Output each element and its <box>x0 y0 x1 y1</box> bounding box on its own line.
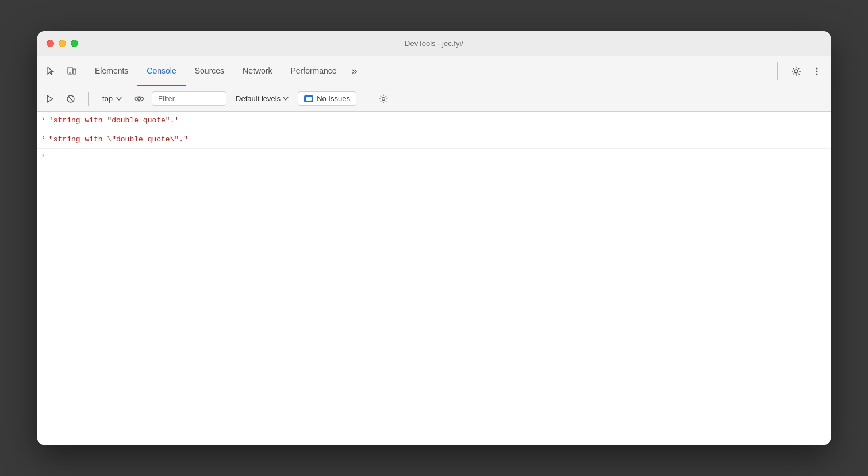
console-input[interactable] <box>49 151 826 160</box>
tab-console[interactable]: Console <box>137 57 185 86</box>
eye-icon <box>134 95 144 102</box>
log-levels-button[interactable]: Default levels <box>231 92 293 105</box>
levels-chevron-icon <box>283 97 289 101</box>
more-tabs-button[interactable]: » <box>346 56 363 86</box>
levels-label: Default levels <box>236 94 281 103</box>
svg-point-3 <box>794 70 798 73</box>
console-message-1: 'string with "double quote".' <box>49 114 826 128</box>
traffic-lights <box>47 40 78 47</box>
expand-arrow-1[interactable]: › <box>37 114 49 123</box>
block-icon <box>66 94 75 103</box>
title-bar: DevTools - jec.fyi/ <box>37 31 831 56</box>
no-issues-label: No Issues <box>317 94 350 103</box>
tab-elements[interactable]: Elements <box>86 57 137 86</box>
close-button[interactable] <box>47 40 54 47</box>
toolbar-right <box>787 62 826 80</box>
chat-icon <box>306 97 312 101</box>
tab-performance[interactable]: Performance <box>281 57 345 86</box>
toolbar-separator <box>777 62 778 80</box>
more-options-button[interactable] <box>808 62 826 80</box>
console-input-line: › <box>37 149 831 162</box>
console-toolbar-separator <box>88 92 89 106</box>
window-title: DevTools - jec.fyi/ <box>405 39 463 48</box>
more-dots-icon <box>812 66 822 76</box>
svg-point-14 <box>382 97 385 100</box>
svg-point-4 <box>816 67 818 69</box>
issues-icon <box>304 95 313 102</box>
svg-point-6 <box>816 73 818 75</box>
minimize-button[interactable] <box>59 40 66 47</box>
tab-network[interactable]: Network <box>233 57 281 86</box>
device-toolbar-button[interactable] <box>63 62 81 80</box>
tab-bar: Elements Console Sources Network Perform… <box>37 56 831 86</box>
settings-button[interactable] <box>787 62 805 80</box>
input-arrow-2: ‹ <box>37 133 49 141</box>
svg-rect-12 <box>306 97 312 101</box>
svg-point-11 <box>138 97 141 100</box>
context-selector[interactable]: top <box>98 92 126 105</box>
clear-console-button[interactable] <box>42 91 58 107</box>
chevron-down-icon <box>116 97 122 101</box>
gear-icon <box>791 66 801 76</box>
play-icon <box>45 94 55 103</box>
console-settings-button[interactable] <box>375 91 391 107</box>
svg-marker-7 <box>47 95 53 102</box>
maximize-button[interactable] <box>71 40 78 47</box>
tab-sources[interactable]: Sources <box>186 57 233 86</box>
toolbar-icons <box>42 62 81 80</box>
tabs: Elements Console Sources Network Perform… <box>86 56 773 86</box>
context-value: top <box>102 94 113 103</box>
console-entry-1: › 'string with "double quote".' <box>37 112 831 130</box>
console-entry-2: ‹ "string with \"double quote\"." <box>37 130 831 149</box>
device-icon <box>67 66 77 76</box>
block-button[interactable] <box>63 91 79 107</box>
svg-line-10 <box>68 96 74 101</box>
console-toolbar: top Default levels <box>37 86 831 112</box>
prompt-arrow: › <box>37 152 49 160</box>
devtools-window: DevTools - jec.fyi/ Elements Console <box>37 31 831 445</box>
filter-input[interactable] <box>152 91 226 106</box>
svg-marker-13 <box>307 101 308 101</box>
no-issues-button[interactable]: No Issues <box>298 91 356 106</box>
console-message-2: "string with \"double quote\"." <box>49 133 826 147</box>
svg-point-5 <box>816 70 818 72</box>
cursor-icon <box>46 66 56 76</box>
eye-button[interactable] <box>131 91 147 107</box>
console-content: › 'string with "double quote".' ‹ "strin… <box>37 112 831 445</box>
inspect-element-button[interactable] <box>42 62 60 80</box>
settings-icon <box>379 94 388 103</box>
svg-rect-1 <box>73 69 76 74</box>
console-toolbar-separator-2 <box>366 92 366 106</box>
